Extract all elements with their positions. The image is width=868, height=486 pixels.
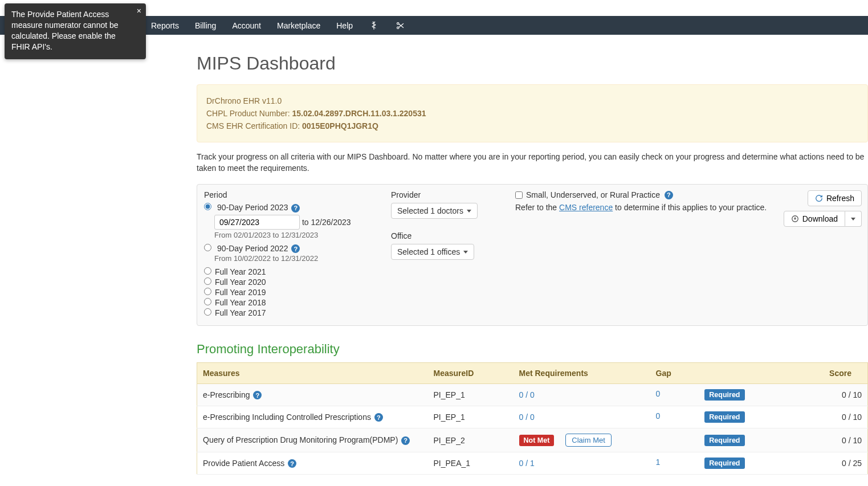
nav-marketplace[interactable]: Marketplace [277, 21, 320, 30]
cert-version: DrChrono EHR v11.0 [206, 96, 858, 105]
col-score: Score [753, 363, 868, 384]
download-button[interactable]: Download [784, 211, 845, 227]
score-cell: 0 / 10 [753, 384, 868, 406]
measure-id: PI_PEA_1 [428, 452, 514, 475]
refresh-label: Refresh [826, 194, 854, 203]
col-met: Met Requirements [514, 363, 650, 384]
gap-link[interactable]: 0 [656, 411, 661, 420]
help-icon[interactable]: ? [291, 204, 300, 213]
help-icon[interactable]: ? [665, 191, 673, 199]
provider-value: Selected 1 doctors [397, 206, 463, 215]
cert-chpl: CHPL Product Number: 15.02.04.2897.DRCH.… [206, 109, 858, 118]
cert-chpl-value: 15.02.04.2897.DRCH.11.03.1.220531 [292, 109, 426, 118]
period-2022-input[interactable] [204, 244, 211, 251]
claim-met-button[interactable]: Claim Met [565, 434, 612, 447]
office-label: Office [391, 231, 499, 240]
period-2018-radio[interactable]: Full Year 2018 [204, 298, 375, 307]
caduceus-icon[interactable] [369, 21, 379, 31]
period-2022-range: From 10/02/2022 to 12/31/2022 [214, 254, 375, 263]
period-to-date: to 12/26/2023 [302, 218, 351, 227]
nav-billing[interactable]: Billing [195, 21, 216, 30]
score-cell: 0 / 10 [753, 406, 868, 428]
cms-reference-link[interactable]: CMS reference [559, 203, 613, 212]
cert-cms-label: CMS EHR Certification ID: [206, 121, 300, 130]
gap-cell: 0Required [650, 384, 753, 406]
measure-name-cell: Query of Prescription Drug Monitoring Pr… [197, 428, 428, 452]
col-gap: Gap [650, 363, 753, 384]
met-link[interactable]: 0 / 1 [519, 459, 535, 468]
period-2018-input[interactable] [204, 298, 211, 305]
download-label: Download [802, 214, 838, 223]
period-2022-radio[interactable]: 90-Day Period 2022 ? [204, 244, 375, 254]
help-icon[interactable]: ? [374, 413, 383, 422]
period-2020-input[interactable] [204, 277, 211, 285]
period-2017-radio[interactable]: Full Year 2017 [204, 308, 375, 317]
period-2021-text: Full Year 2021 [215, 267, 266, 276]
period-2023-radio[interactable]: 90-Day Period 2023 ? [204, 203, 375, 213]
nav-reports[interactable]: Reports [151, 21, 179, 30]
scissors-icon[interactable] [395, 21, 405, 31]
provider-office-column: Provider Selected 1 doctors Office Selec… [391, 190, 499, 317]
measure-name: e-Prescribing [203, 390, 250, 399]
nav-account[interactable]: Account [232, 21, 261, 30]
measure-name: Provide Patient Access [203, 459, 284, 468]
period-2023-input[interactable] [204, 203, 211, 210]
period-2019-radio[interactable]: Full Year 2019 [204, 288, 375, 297]
required-badge: Required [704, 458, 744, 469]
not-met-badge: Not Met [519, 435, 555, 446]
refresh-button[interactable]: Refresh [808, 190, 862, 206]
help-icon[interactable]: ? [401, 436, 410, 445]
download-dropdown-toggle[interactable] [845, 211, 862, 227]
measure-name-cell: Provide Patient Access ? [197, 452, 428, 475]
measure-name: Query of Prescription Drug Monitoring Pr… [203, 435, 398, 444]
nav-help[interactable]: Help [336, 21, 353, 30]
score-cell: 0 / 25 [753, 452, 868, 475]
period-2021-radio[interactable]: Full Year 2021 [204, 267, 375, 276]
help-icon[interactable]: ? [253, 391, 262, 399]
measure-name: e-Prescribing Including Controlled Presc… [203, 413, 371, 422]
gap-link[interactable]: 1 [656, 458, 661, 467]
gap-cell: 1Required [650, 452, 753, 475]
met-requirements-cell: 0 / 0 [514, 406, 650, 428]
measure-id: PI_EP_1 [428, 384, 514, 406]
provider-dropdown[interactable]: Selected 1 doctors [391, 203, 478, 219]
gap-cell: 0Required [650, 406, 753, 428]
period-2017-input[interactable] [204, 308, 211, 316]
alert-text: The Provide Patient Access measure numer… [11, 10, 119, 51]
col-measures: Measures [197, 363, 428, 384]
chevron-down-icon [463, 251, 468, 254]
surp-checkbox[interactable] [515, 191, 523, 199]
period-start-date-input[interactable] [214, 215, 300, 230]
office-dropdown[interactable]: Selected 1 offices [391, 244, 474, 260]
gap-cell: Required [650, 428, 753, 452]
office-value: Selected 1 offices [397, 247, 460, 256]
gap-link[interactable]: 0 [656, 389, 661, 398]
period-2021-input[interactable] [204, 267, 211, 275]
met-link[interactable]: 0 / 0 [519, 413, 535, 422]
period-2019-input[interactable] [204, 288, 211, 295]
download-split-button: Download [784, 211, 862, 227]
help-icon[interactable]: ? [288, 459, 296, 468]
period-2019-text: Full Year 2019 [215, 288, 266, 297]
met-requirements-cell: 0 / 1 [514, 452, 650, 475]
period-2018-text: Full Year 2018 [215, 298, 266, 307]
period-2023-text: 90-Day Period 2023 [217, 203, 288, 212]
help-icon[interactable]: ? [291, 244, 300, 253]
cert-cms-value: 0015E0PHQ1JGR1Q [302, 121, 378, 130]
period-2022-text: 90-Day Period 2022 [217, 244, 288, 253]
period-2020-radio[interactable]: Full Year 2020 [204, 277, 375, 287]
cert-chpl-label: CHPL Product Number: [206, 109, 290, 118]
panel-actions: Refresh Download [784, 190, 862, 227]
cms-suffix: to determine if this applies to your pra… [615, 203, 767, 212]
refresh-icon [815, 194, 823, 202]
required-badge: Required [704, 389, 744, 401]
met-link[interactable]: 0 / 0 [519, 390, 535, 399]
required-badge: Required [704, 411, 744, 423]
provider-label: Provider [391, 190, 499, 199]
col-measureid: MeasureID [428, 363, 514, 384]
met-requirements-cell: Not MetClaim Met [514, 428, 650, 452]
close-icon[interactable]: × [137, 7, 141, 15]
table-row: e-Prescribing ?PI_EP_10 / 00Required0 / … [197, 384, 868, 406]
page-body: MIPS Dashboard DrChrono EHR v11.0 CHPL P… [0, 35, 868, 475]
section-title: Promoting Interoperability [197, 342, 868, 357]
